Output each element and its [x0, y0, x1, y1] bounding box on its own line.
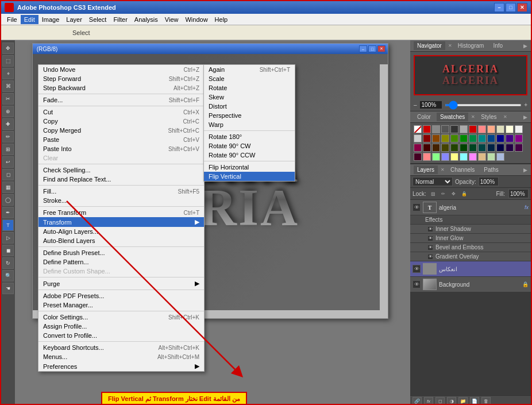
swatch-18[interactable] — [478, 134, 486, 142]
effect-gradient-overlay[interactable]: 👁 Gradient Overlay — [410, 252, 531, 261]
menu-auto-blend[interactable]: Auto-Blend Layers — [38, 236, 204, 245]
tab-channels[interactable]: Channels — [447, 165, 478, 174]
menu-preferences[interactable]: Preferences ▶ — [38, 361, 204, 371]
lock-all-icon[interactable]: 🔒 — [461, 190, 468, 197]
minimize-button[interactable]: – — [494, 3, 504, 12]
new-layer-button[interactable]: 📄 — [470, 397, 479, 405]
swatches-options-icon[interactable]: ▶ — [523, 114, 527, 120]
menu-layer[interactable]: Layer — [63, 15, 86, 24]
hand-tool[interactable]: ☚ — [2, 283, 14, 294]
swatch-33[interactable] — [506, 144, 514, 152]
opacity-input[interactable] — [479, 177, 499, 186]
swatch-31[interactable] — [487, 144, 495, 152]
3d-rotate-tool[interactable]: ↻ — [2, 257, 14, 269]
submenu-flip-vertical[interactable]: Flip Vertical — [204, 172, 295, 181]
submenu-rotate-cw[interactable]: Rotate 90° CW — [204, 141, 295, 151]
close-styles-icon[interactable]: ✕ — [503, 114, 507, 119]
lock-position-icon[interactable]: ✥ — [450, 190, 457, 197]
swatch-41[interactable] — [469, 153, 477, 161]
swatch-5[interactable] — [469, 125, 477, 133]
swatch-7[interactable] — [487, 125, 495, 133]
menu-undo[interactable]: Undo Move Ctrl+Z — [38, 65, 204, 74]
swatch-2[interactable] — [441, 125, 449, 133]
menu-fade[interactable]: Fade... Shift+Ctrl+F — [38, 95, 204, 105]
submenu-distort[interactable]: Distort — [204, 102, 295, 111]
submenu-rotate-ccw[interactable]: Rotate 90° CCW — [204, 151, 295, 160]
shape-tool[interactable]: ◼ — [2, 245, 14, 256]
submenu-warp[interactable]: Warp — [204, 120, 295, 129]
menu-convert-profile[interactable]: Convert to Profile... — [38, 331, 204, 340]
swatch-9[interactable] — [506, 125, 514, 133]
effect-inner-glow[interactable]: 👁 Inner Glow — [410, 234, 531, 243]
swatch-1[interactable] — [432, 125, 440, 133]
submenu-skew[interactable]: Skew — [204, 92, 295, 102]
swatch-19[interactable] — [487, 134, 495, 142]
menu-purge[interactable]: Purge ▶ — [38, 279, 204, 288]
close-layers-icon[interactable]: ✕ — [441, 167, 445, 172]
swatch-36[interactable] — [423, 153, 431, 161]
swatch-transparent[interactable] — [414, 125, 422, 133]
menu-help[interactable]: Help — [211, 15, 232, 24]
swatch-16[interactable] — [460, 134, 468, 142]
tab-navigator[interactable]: Navigator — [414, 41, 445, 50]
swatch-28[interactable] — [460, 144, 468, 152]
eyedropper-tool[interactable]: ⊕ — [2, 106, 14, 117]
path-select-tool[interactable]: ▷ — [2, 232, 14, 244]
layer-row-reflection[interactable]: 👁 انعکاس — [410, 261, 531, 277]
brush-tool[interactable]: ✏ — [2, 131, 14, 142]
layers-options-icon[interactable]: ▶ — [523, 167, 527, 173]
zoom-minus-icon[interactable]: – — [414, 102, 417, 108]
swatch-29[interactable] — [469, 144, 477, 152]
lasso-tool[interactable]: ⌖ — [2, 68, 14, 79]
eraser-tool[interactable]: ◻ — [2, 169, 14, 180]
swatch-13[interactable] — [432, 134, 440, 142]
effect-gradient-vis[interactable]: 👁 — [427, 254, 433, 260]
menu-file[interactable]: File — [3, 15, 21, 24]
swatch-10[interactable] — [515, 125, 523, 133]
swatch-22[interactable] — [515, 134, 523, 142]
blend-mode-select[interactable]: Normal Dissolve Multiply Screen Overlay — [413, 177, 453, 186]
swatch-17[interactable] — [469, 134, 477, 142]
swatch-26[interactable] — [441, 144, 449, 152]
menu-analysis[interactable]: Analysis — [131, 15, 161, 24]
menu-menus[interactable]: Menus... Alt+Shift+Ctrl+M — [38, 352, 204, 361]
menu-copy[interactable]: Copy Ctrl+C — [38, 117, 204, 126]
swatch-25[interactable] — [432, 144, 440, 152]
crop-tool[interactable]: ✂ — [2, 93, 14, 105]
zoom-input[interactable] — [419, 101, 442, 109]
submenu-rotate-180[interactable]: Rotate 180° — [204, 132, 295, 141]
swatch-3[interactable] — [450, 125, 458, 133]
menu-auto-align[interactable]: Auto-Align Layers... — [38, 227, 204, 236]
submenu-flip-horizontal[interactable]: Flip Horizontal — [204, 163, 295, 172]
move-tool[interactable]: ✥ — [2, 43, 14, 54]
dodge-tool[interactable]: ◯ — [2, 194, 14, 206]
swatch-14[interactable] — [441, 134, 449, 142]
gradient-tool[interactable]: ▦ — [2, 182, 14, 193]
menu-define-pattern[interactable]: Define Pattern... — [38, 257, 204, 267]
fill-input[interactable] — [508, 189, 529, 198]
doc-close-button[interactable]: ✕ — [377, 45, 385, 52]
marquee-tool[interactable]: ⬚ — [2, 55, 14, 67]
menu-step-forward[interactable]: Step Forward Shift+Ctrl+Z — [38, 74, 204, 83]
layer-vis-reflection[interactable]: 👁 — [413, 265, 421, 273]
new-adjustment-button[interactable]: ◑ — [447, 397, 456, 405]
menu-paste[interactable]: Paste Ctrl+V — [38, 135, 204, 144]
menu-color-settings[interactable]: Color Settings... Shift+Ctrl+K — [38, 313, 204, 322]
swatch-24[interactable] — [423, 144, 431, 152]
swatch-40[interactable] — [460, 153, 468, 161]
swatch-27[interactable] — [450, 144, 458, 152]
layer-vis-algeria[interactable]: 👁 — [413, 203, 421, 211]
type-tool[interactable]: T — [2, 219, 14, 231]
swatch-43[interactable] — [487, 153, 495, 161]
doc-scrollbar-v[interactable] — [380, 64, 388, 318]
add-mask-button[interactable]: ◻ — [435, 397, 445, 405]
history-brush[interactable]: ↩ — [2, 156, 14, 168]
menu-pdf-presets[interactable]: Adobe PDF Presets... — [38, 291, 204, 300]
effect-bevel-emboss[interactable]: 👁 Bevel and Emboss — [410, 243, 531, 252]
tab-styles[interactable]: Styles — [477, 113, 500, 121]
swatch-38[interactable] — [441, 153, 449, 161]
tab-layers[interactable]: Layers — [414, 165, 438, 174]
menu-view[interactable]: View — [161, 15, 182, 24]
menu-select[interactable]: Select — [86, 15, 110, 24]
close-navigator-icon[interactable]: ✕ — [448, 43, 452, 48]
